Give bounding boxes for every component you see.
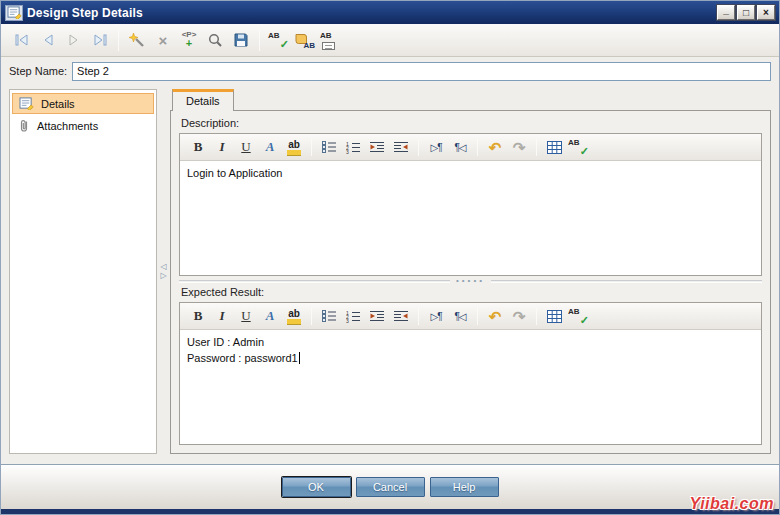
tab-details[interactable]: Details — [172, 89, 234, 111]
underline-button[interactable]: U — [234, 306, 258, 327]
maximize-button[interactable]: □ — [737, 5, 755, 20]
indent-button[interactable] — [365, 137, 389, 158]
undo-button[interactable]: ↶ — [483, 306, 507, 327]
find-button[interactable] — [202, 28, 228, 52]
underline-button[interactable]: U — [234, 137, 258, 158]
main-toolbar: × <P> + AB ✓ AB AB — [1, 24, 779, 57]
toolbar-separator — [418, 139, 419, 156]
expected-result-line: User ID : Admin — [187, 335, 754, 351]
numbered-list-button[interactable]: 123 — [341, 306, 365, 327]
highlight-button[interactable]: ab — [282, 137, 306, 158]
delete-step-button[interactable]: × — [150, 28, 176, 52]
save-button[interactable] — [228, 28, 254, 52]
rtl-paragraph-icon: ¶◁ — [454, 142, 465, 153]
toolbar-separator — [311, 139, 312, 156]
spell-check-button[interactable]: AB ✓ — [566, 306, 590, 327]
sidebar: Details Attachments — [9, 89, 157, 454]
highlight-icon: ab — [287, 308, 301, 324]
font-color-icon: A — [266, 139, 275, 155]
expected-result-editor-toolbar: B I U A ab 123 — [180, 303, 761, 330]
outdent-icon — [393, 141, 409, 153]
ltr-paragraph-icon: ▷¶ — [430, 142, 441, 153]
italic-button[interactable]: I — [210, 306, 234, 327]
underline-icon: U — [241, 139, 250, 155]
highlight-button[interactable]: ab — [282, 306, 306, 327]
rtl-paragraph-button[interactable]: ¶◁ — [448, 137, 472, 158]
splitter-dots-icon: ••••• — [450, 279, 491, 283]
thesaurus-icon: AB — [294, 31, 314, 49]
indent-button[interactable] — [365, 306, 389, 327]
maximize-icon: □ — [743, 8, 749, 18]
nav-next-button[interactable] — [61, 28, 87, 52]
italic-icon: I — [219, 139, 224, 155]
insert-table-button[interactable] — [542, 306, 566, 327]
font-color-button[interactable]: A — [258, 137, 282, 158]
spelling-options-icon: AB — [320, 31, 340, 49]
description-text: Login to Application — [187, 166, 754, 182]
undo-button[interactable]: ↶ — [483, 137, 507, 158]
ltr-paragraph-button[interactable]: ▷¶ — [424, 306, 448, 327]
bold-button[interactable]: B — [186, 306, 210, 327]
thesaurus-button[interactable]: AB — [291, 28, 317, 52]
redo-button[interactable]: ↷ — [507, 137, 531, 158]
bold-icon: B — [194, 139, 203, 155]
nav-next-icon — [65, 32, 83, 48]
toolbar-separator — [536, 308, 537, 325]
collapse-left-icon[interactable]: ◁ — [160, 263, 166, 271]
bold-button[interactable]: B — [186, 137, 210, 158]
ltr-paragraph-button[interactable]: ▷¶ — [424, 137, 448, 158]
bullet-list-button[interactable] — [317, 137, 341, 158]
minimize-button[interactable]: _ — [717, 5, 735, 20]
spell-check-button[interactable]: AB ✓ — [566, 137, 590, 158]
new-step-button[interactable] — [124, 28, 150, 52]
description-text-area[interactable]: Login to Application — [180, 161, 761, 275]
minimize-icon: _ — [723, 5, 729, 15]
font-color-icon: A — [266, 308, 275, 324]
redo-icon: ↷ — [513, 140, 526, 155]
description-editor: B I U A ab 123 — [179, 133, 762, 276]
outdent-button[interactable] — [389, 137, 413, 158]
expected-result-editor: B I U A ab 123 — [179, 302, 762, 445]
description-label: Description: — [179, 117, 762, 133]
nav-prev-button[interactable] — [35, 28, 61, 52]
nav-prev-icon — [39, 32, 57, 48]
details-panel: Details Description: B I U A ab — [170, 89, 771, 454]
toolbar-separator — [311, 308, 312, 325]
bullet-list-icon — [322, 141, 337, 153]
numbered-list-icon: 123 — [346, 141, 361, 154]
sidebar-splitter[interactable]: ◁ ▷ — [157, 89, 170, 454]
ok-button[interactable]: OK — [282, 477, 351, 497]
italic-button[interactable]: I — [210, 137, 234, 158]
numbered-list-button[interactable]: 123 — [341, 137, 365, 158]
collapse-right-icon[interactable]: ▷ — [160, 272, 166, 280]
step-name-input[interactable] — [72, 62, 771, 81]
add-parameter-button[interactable]: <P> + — [176, 28, 202, 52]
toolbar-separator — [536, 139, 537, 156]
delete-icon: × — [159, 32, 168, 49]
nav-first-button[interactable] — [9, 28, 35, 52]
tab-content: Description: B I U A ab 123 — [170, 110, 771, 454]
expected-result-text-area[interactable]: User ID : Admin Password : password1 — [180, 330, 761, 444]
sidebar-item-attachments[interactable]: Attachments — [12, 115, 154, 136]
cancel-button[interactable]: Cancel — [356, 477, 425, 497]
save-icon — [233, 32, 249, 48]
check-spelling-button[interactable]: AB ✓ — [265, 28, 291, 52]
rtl-paragraph-button[interactable]: ¶◁ — [448, 306, 472, 327]
close-button[interactable]: × — [757, 5, 775, 20]
redo-icon: ↷ — [513, 309, 526, 324]
editor-splitter[interactable]: ••••• — [179, 276, 762, 286]
indent-icon — [369, 141, 385, 153]
insert-table-button[interactable] — [542, 137, 566, 158]
font-color-button[interactable]: A — [258, 306, 282, 327]
help-button[interactable]: Help — [430, 477, 499, 497]
paperclip-icon — [18, 118, 30, 134]
details-icon — [19, 97, 34, 110]
sidebar-item-details[interactable]: Details — [12, 93, 154, 114]
bullet-list-button[interactable] — [317, 306, 341, 327]
redo-button[interactable]: ↷ — [507, 306, 531, 327]
spelling-options-button[interactable]: AB — [317, 28, 343, 52]
svg-text:3: 3 — [346, 149, 349, 154]
window-title: Design Step Details — [27, 6, 143, 20]
outdent-button[interactable] — [389, 306, 413, 327]
nav-last-button[interactable] — [87, 28, 113, 52]
